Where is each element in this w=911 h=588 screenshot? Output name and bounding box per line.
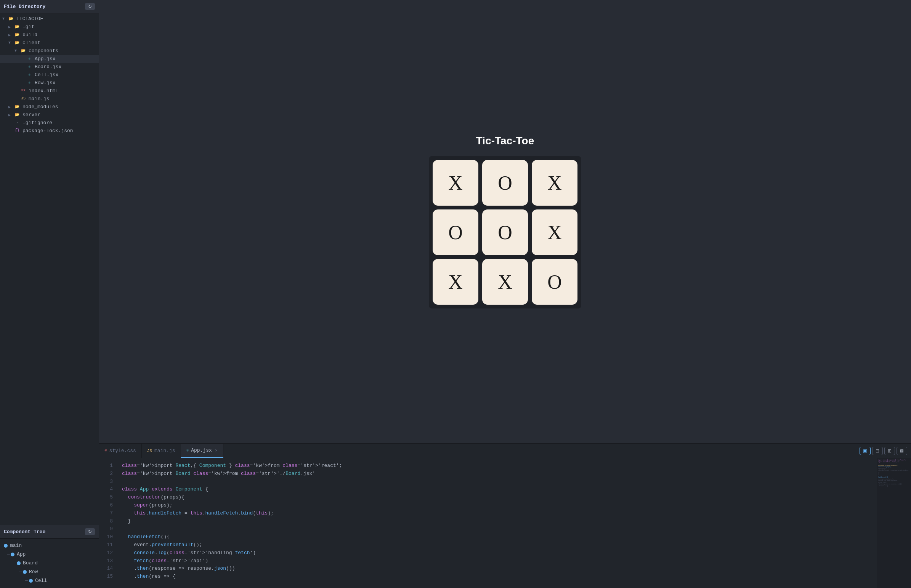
file-icon-server: 📂 — [14, 112, 21, 118]
layout-btn-1[interactable]: ▣ — [859, 447, 870, 455]
ttt-cell-6[interactable]: X — [433, 259, 478, 305]
layout-btn-3[interactable]: ⊞ — [884, 447, 895, 455]
component-tree-label: Component Tree — [4, 529, 45, 535]
line-number-10: 10 — [101, 533, 113, 541]
file-icon-row-jsx: ⚛ — [26, 80, 33, 86]
line-number-14: 14 — [101, 565, 113, 573]
ttt-cell-5[interactable]: X — [532, 210, 577, 255]
tree-arrow-client: ▼ — [8, 41, 14, 45]
line-numbers: 123456789101112131415 — [99, 458, 117, 588]
layout-btn-4[interactable]: ⊠ — [896, 447, 907, 455]
file-icon-main-js: JS — [20, 96, 27, 102]
code-line-3 — [122, 478, 871, 486]
code-line-11: event.preventDefault(); — [122, 541, 871, 549]
editor-tab-app-jsx[interactable]: ⚛ App.jsx ✕ — [181, 444, 224, 458]
code-line-10: handleFetch(){ — [122, 533, 871, 541]
editor-tab-main-js[interactable]: JS main.js — [142, 444, 181, 458]
file-icon-build: 📂 — [14, 32, 21, 38]
file-label-index-html: index.html — [29, 88, 58, 94]
file-label-board-jsx: Board.jsx — [35, 64, 62, 70]
file-tree-item-client[interactable]: ▼ 📂 client — [0, 39, 99, 47]
file-directory-refresh-button[interactable]: ↻ — [85, 3, 95, 10]
line-number-12: 12 — [101, 549, 113, 557]
file-label-server: server — [23, 112, 41, 118]
file-tree-item-app-jsx[interactable]: ⚛ App.jsx — [0, 55, 99, 63]
comp-label-app: App — [17, 551, 26, 557]
line-number-5: 5 — [101, 494, 113, 502]
file-directory-label: File Directory — [4, 4, 45, 10]
file-tree-item-build[interactable]: ▶ 📂 build — [0, 31, 99, 39]
file-tree-item-index-html[interactable]: <> index.html — [0, 87, 99, 95]
file-directory-header: File Directory ↻ — [0, 0, 99, 13]
line-number-15: 15 — [101, 573, 113, 581]
code-line-12: console.log(class='str'>'handling fetch'… — [122, 549, 871, 557]
component-tree-header: Component Tree ↻ — [0, 525, 99, 538]
tree-arrow-tictactoe: ▼ — [2, 17, 8, 21]
comp-tree-item-app[interactable]: App — [0, 550, 99, 559]
file-tree-item-board-jsx[interactable]: ⚛ Board.jsx — [0, 63, 99, 71]
file-icon-client: 📂 — [14, 40, 21, 46]
comp-dot-app — [11, 552, 15, 556]
tree-arrow-server: ▶ — [8, 113, 14, 117]
comp-label-board: Board — [23, 560, 38, 566]
ttt-cell-1[interactable]: O — [482, 160, 528, 206]
line-number-8: 8 — [101, 517, 113, 525]
comp-label-main: main — [10, 543, 22, 548]
layout-btn-2[interactable]: ⊟ — [872, 447, 883, 455]
line-number-2: 2 — [101, 470, 113, 478]
code-content[interactable]: class='kw'>import React,{ Component } cl… — [117, 458, 877, 588]
file-tree-item-package-lock[interactable]: {} package-lock.json — [0, 127, 99, 135]
tab-icon-main-js: JS — [147, 449, 152, 453]
file-tree-item-server[interactable]: ▶ 📂 server — [0, 111, 99, 119]
file-tree-item-cell-jsx[interactable]: ⚛ Cell.jsx — [0, 71, 99, 79]
code-line-2: class='kw'>import Board class='kw'>from … — [122, 470, 871, 478]
tab-label-style-css: style.css — [109, 448, 136, 454]
file-label-main-js: main.js — [29, 96, 50, 102]
file-tree-item-main-js[interactable]: JS main.js — [0, 95, 99, 103]
ttt-cell-8[interactable]: O — [532, 259, 577, 305]
comp-label-row: Row — [29, 569, 38, 575]
file-tree-item-gitignore[interactable]: · .gitignore — [0, 119, 99, 127]
component-tree: main App Board Row Cell — [0, 538, 99, 588]
ttt-cell-0[interactable]: X — [433, 160, 478, 206]
file-icon-index-html: <> — [20, 88, 27, 94]
file-label-build: build — [23, 32, 37, 38]
comp-dot-row — [23, 570, 27, 574]
tab-close-app-jsx[interactable]: ✕ — [215, 448, 218, 453]
comp-tree-item-cell[interactable]: Cell — [0, 576, 99, 585]
editor-tab-bar: # style.css JS main.js ⚛ App.jsx ✕ ▣ ⊟ ⊞… — [99, 444, 911, 458]
file-icon-components: 📂 — [20, 48, 27, 54]
ttt-cell-7[interactable]: X — [482, 259, 528, 305]
file-icon-tictactoe: 📂 — [8, 16, 15, 22]
ttt-cell-3[interactable]: O — [433, 210, 478, 255]
sidebar: File Directory ↻ ▼ 📂 TICTACTOE ▶ 📂 .git … — [0, 0, 99, 588]
ttt-cell-4[interactable]: O — [482, 210, 528, 255]
file-tree-item-node-modules[interactable]: ▶ 📂 node_modules — [0, 103, 99, 111]
file-tree-item-row-jsx[interactable]: ⚛ Row.jsx — [0, 79, 99, 87]
line-number-3: 3 — [101, 478, 113, 486]
file-label-cell-jsx: Cell.jsx — [35, 72, 58, 78]
code-container: 123456789101112131415 class='kw'>import … — [99, 458, 911, 588]
code-line-9 — [122, 525, 871, 533]
file-tree: ▼ 📂 TICTACTOE ▶ 📂 .git ▶ 📂 build ▼ 📂 cli… — [0, 13, 99, 525]
minimap-inner: import React,{ Component } from 'react';… — [877, 458, 911, 588]
component-tree-refresh-button[interactable]: ↻ — [85, 528, 95, 535]
file-tree-item-components[interactable]: ▼ 📂 components — [0, 47, 99, 55]
file-tree-item-git[interactable]: ▶ 📂 .git — [0, 23, 99, 31]
comp-tree-item-main[interactable]: main — [0, 541, 99, 550]
tab-label-app-jsx: App.jsx — [191, 447, 212, 453]
comp-dot-board — [17, 561, 21, 565]
file-icon-board-jsx: ⚛ — [26, 65, 33, 70]
comp-tree-item-row[interactable]: Row — [0, 567, 99, 576]
ttt-cell-2[interactable]: X — [532, 160, 577, 206]
tree-arrow-components: ▼ — [15, 49, 20, 53]
file-tree-item-tictactoe[interactable]: ▼ 📂 TICTACTOE — [0, 15, 99, 23]
tictactoe-grid: XOXOOXXXO — [429, 156, 581, 309]
comp-tree-item-board[interactable]: Board — [0, 559, 99, 567]
code-line-14: .then(response => response.json()) — [122, 565, 871, 573]
line-number-9: 9 — [101, 525, 113, 533]
file-icon-node-modules: 📂 — [14, 104, 21, 110]
editor-tab-style-css[interactable]: # style.css — [99, 444, 142, 458]
file-label-git: .git — [23, 24, 34, 30]
tab-icon-app-jsx: ⚛ — [186, 448, 189, 453]
